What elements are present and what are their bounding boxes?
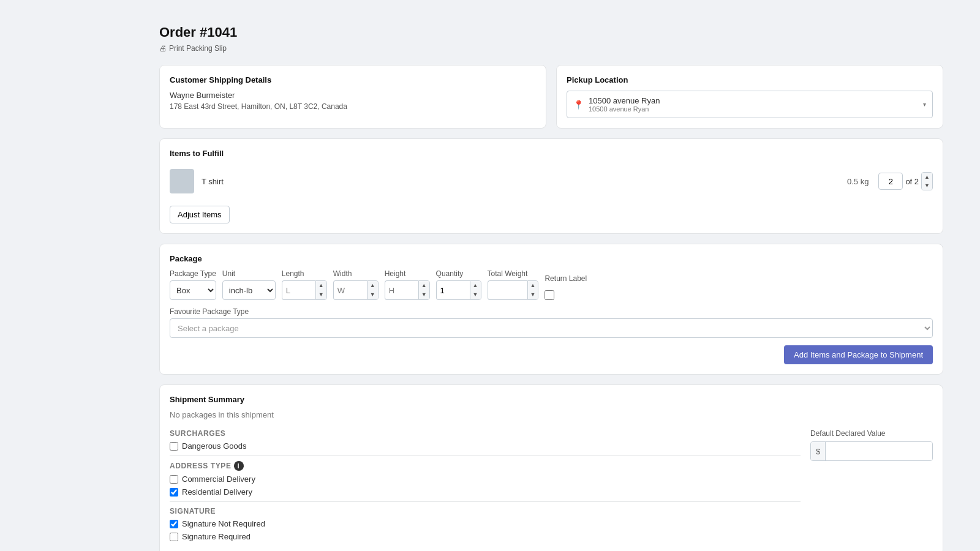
pickup-location-card: Pickup Location 📍 10500 avenue Ryan 1050… bbox=[556, 65, 943, 129]
width-label: Width bbox=[333, 269, 379, 278]
length-input[interactable] bbox=[282, 280, 315, 300]
favourite-package-label: Favourite Package Type bbox=[170, 307, 933, 316]
pickup-main-text: 10500 avenue Ryan bbox=[589, 96, 918, 105]
return-label-field: Return Label bbox=[545, 274, 587, 300]
pkg-quantity-input[interactable] bbox=[436, 280, 470, 300]
unit-select[interactable]: inch-lb bbox=[222, 280, 276, 300]
residential-delivery-checkbox[interactable] bbox=[170, 488, 178, 497]
address-type-section: ADDRESS TYPE i bbox=[170, 461, 801, 471]
surcharges-area: SURCHARGES Dangerous Goods ADDRESS TYPE … bbox=[170, 429, 933, 545]
declared-value-input-wrapper: $ bbox=[810, 441, 933, 461]
surcharges-divider bbox=[170, 455, 801, 456]
surcharges-label: SURCHARGES bbox=[170, 429, 801, 438]
pkg-quantity-field: Quantity ▲ ▼ bbox=[436, 269, 481, 300]
items-to-fulfill-card: Items to Fulfill T shirt 0.5 kg of 2 ▲ ▼… bbox=[159, 138, 943, 234]
customer-address: 178 East 43rd Street, Hamilton, ON, L8T … bbox=[170, 102, 536, 111]
length-decrement[interactable]: ▼ bbox=[316, 290, 326, 299]
length-label: Length bbox=[282, 269, 327, 278]
package-type-select[interactable]: Box bbox=[170, 280, 216, 300]
declared-value-label: Default Declared Value bbox=[810, 429, 933, 438]
quantity-input[interactable] bbox=[878, 173, 903, 190]
length-increment[interactable]: ▲ bbox=[316, 281, 326, 290]
unit-label: Unit bbox=[222, 269, 276, 278]
quantity-increment[interactable]: ▲ bbox=[922, 173, 932, 181]
signature-required-checkbox[interactable] bbox=[170, 533, 178, 541]
pkg-quantity-stepper[interactable]: ▲ ▼ bbox=[470, 280, 481, 300]
customer-shipping-details-card: Customer Shipping Details Wayne Burmeist… bbox=[159, 65, 546, 129]
favourite-package-select[interactable]: Select a package bbox=[170, 318, 933, 338]
customer-name: Wayne Burmeister bbox=[170, 91, 536, 100]
order-title: Order #1041 bbox=[159, 24, 943, 40]
commercial-delivery-row: Commercial Delivery bbox=[170, 474, 801, 484]
package-section-title: Package bbox=[170, 254, 933, 263]
return-label-label: Return Label bbox=[545, 274, 587, 283]
dangerous-goods-checkbox[interactable] bbox=[170, 442, 178, 451]
package-type-field: Package Type Box bbox=[170, 269, 216, 300]
pickup-section-title: Pickup Location bbox=[567, 75, 933, 84]
width-stepper[interactable]: ▲ ▼ bbox=[367, 280, 379, 300]
declared-value-section: Default Declared Value $ bbox=[810, 429, 933, 545]
dangerous-goods-row: Dangerous Goods bbox=[170, 441, 801, 451]
total-weight-input[interactable] bbox=[488, 280, 527, 300]
adjust-items-button[interactable]: Adjust Items bbox=[170, 206, 230, 223]
width-increment[interactable]: ▲ bbox=[368, 281, 378, 290]
height-stepper[interactable]: ▲ ▼ bbox=[418, 280, 430, 300]
address-type-divider bbox=[170, 501, 801, 502]
shipment-summary-card: Shipment Summary No packages in this shi… bbox=[159, 384, 943, 551]
unit-field: Unit inch-lb bbox=[222, 269, 276, 300]
signature-required-row: Signature Required bbox=[170, 532, 801, 541]
total-weight-label: Total Weight bbox=[488, 269, 539, 278]
signature-not-required-row: Signature Not Required bbox=[170, 519, 801, 528]
package-fields: Package Type Box Unit inch-lb Length bbox=[170, 269, 933, 300]
surcharges-left: SURCHARGES Dangerous Goods ADDRESS TYPE … bbox=[170, 429, 801, 545]
quantity-of-label: of 2 bbox=[905, 177, 919, 186]
total-weight-decrement[interactable]: ▼ bbox=[528, 290, 538, 299]
quantity-decrement[interactable]: ▼ bbox=[922, 181, 932, 190]
height-decrement[interactable]: ▼ bbox=[419, 290, 429, 299]
commercial-delivery-checkbox[interactable] bbox=[170, 475, 178, 484]
height-field: Height ▲ ▼ bbox=[385, 269, 430, 300]
commercial-delivery-label: Commercial Delivery bbox=[182, 474, 255, 484]
width-field: Width ▲ ▼ bbox=[333, 269, 379, 300]
height-increment[interactable]: ▲ bbox=[419, 281, 429, 290]
declared-value-currency: $ bbox=[811, 442, 826, 460]
package-type-label: Package Type bbox=[170, 269, 216, 278]
add-items-and-package-button[interactable]: Add Items and Package to Shipment bbox=[784, 345, 933, 364]
pin-icon: 📍 bbox=[573, 100, 584, 110]
items-section-title: Items to Fulfill bbox=[170, 149, 933, 158]
pickup-location-selector[interactable]: 📍 10500 avenue Ryan 10500 avenue Ryan ▾ bbox=[567, 91, 933, 118]
quantity-stepper[interactable]: ▲ ▼ bbox=[921, 172, 933, 190]
total-weight-increment[interactable]: ▲ bbox=[528, 281, 538, 290]
residential-delivery-label: Residential Delivery bbox=[182, 487, 252, 497]
shipment-summary-title: Shipment Summary bbox=[170, 395, 933, 404]
signature-label: SIGNATURE bbox=[170, 507, 801, 515]
width-input[interactable] bbox=[333, 280, 367, 300]
pickup-text: 10500 avenue Ryan 10500 avenue Ryan bbox=[589, 96, 918, 113]
package-card: Package Package Type Box Unit inch-lb bbox=[159, 244, 943, 375]
height-input[interactable] bbox=[385, 280, 418, 300]
printer-icon: 🖨 bbox=[159, 44, 167, 53]
print-packing-slip-link[interactable]: 🖨 Print Packing Slip bbox=[159, 44, 943, 53]
width-decrement[interactable]: ▼ bbox=[368, 290, 378, 299]
dangerous-goods-label: Dangerous Goods bbox=[182, 441, 247, 451]
item-name: T shirt bbox=[202, 177, 847, 186]
pickup-sub-text: 10500 avenue Ryan bbox=[589, 105, 918, 113]
pkg-quantity-increment[interactable]: ▲ bbox=[470, 281, 481, 290]
declared-value-field[interactable] bbox=[826, 442, 933, 460]
length-stepper[interactable]: ▲ ▼ bbox=[315, 280, 327, 300]
address-type-info-icon: i bbox=[234, 461, 244, 471]
height-label: Height bbox=[385, 269, 430, 278]
signature-not-required-checkbox[interactable] bbox=[170, 520, 178, 528]
quantity-control: of 2 ▲ ▼ bbox=[878, 172, 933, 190]
item-weight: 0.5 kg bbox=[847, 177, 869, 186]
address-type-label: ADDRESS TYPE bbox=[170, 462, 232, 470]
total-weight-stepper[interactable]: ▲ ▼ bbox=[527, 280, 539, 300]
signature-not-required-label: Signature Not Required bbox=[182, 519, 265, 528]
customer-section-title: Customer Shipping Details bbox=[170, 75, 536, 84]
pkg-quantity-decrement[interactable]: ▼ bbox=[470, 290, 481, 299]
return-label-checkbox[interactable] bbox=[545, 290, 554, 300]
table-row: T shirt 0.5 kg of 2 ▲ ▼ bbox=[170, 164, 933, 198]
favourite-package-row: Favourite Package Type Select a package bbox=[170, 307, 933, 338]
item-thumbnail bbox=[170, 169, 194, 193]
length-field: Length ▲ ▼ bbox=[282, 269, 327, 300]
